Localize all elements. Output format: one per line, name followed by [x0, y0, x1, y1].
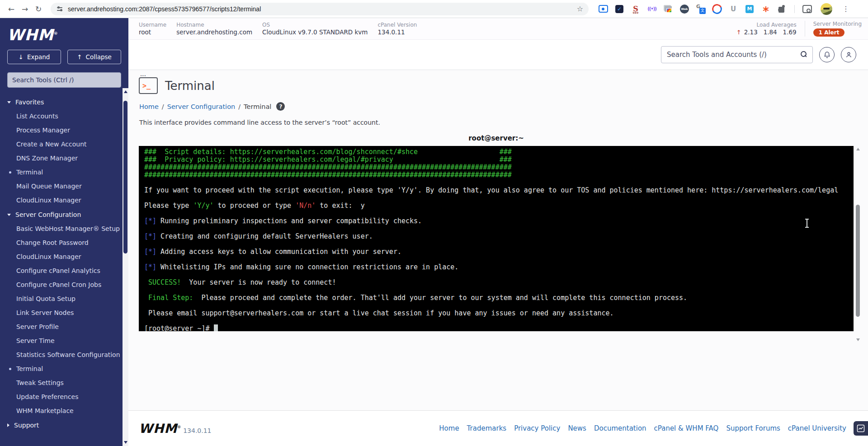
- extensions-puzzle-icon[interactable]: [777, 4, 788, 14]
- record-icon[interactable]: [598, 4, 609, 14]
- scroll-thumb[interactable]: [856, 205, 860, 317]
- url-text[interactable]: server.andrehosting.com:2087/cpsess57357…: [68, 5, 577, 13]
- collapse-button[interactable]: ↑Collapse: [67, 50, 121, 64]
- sidebar-section-favorites[interactable]: Favorites: [0, 95, 128, 109]
- signal-icon[interactable]: [646, 4, 657, 14]
- sidebar-section-server-configuration[interactable]: Server Configuration: [0, 207, 128, 222]
- scroll-thumb[interactable]: [123, 101, 127, 254]
- sidebar-item-basic-webhost-manager-setup[interactable]: Basic WebHost Manager® Setup: [0, 222, 128, 236]
- load-up-arrow-icon: ↑: [736, 29, 741, 36]
- check-icon[interactable]: [614, 4, 625, 14]
- terminal-line: [*] Whitelisting IPs and making sure no …: [144, 263, 848, 271]
- footer-link-news[interactable]: News: [568, 424, 586, 432]
- sidebar-item-cloudlinux-manager[interactable]: CloudLinux Manager: [0, 193, 128, 207]
- whm-footer-logo: WHM®: [139, 421, 181, 436]
- sidebar-item-list-accounts[interactable]: List Accounts: [0, 109, 128, 123]
- profile-avatar[interactable]: [821, 3, 832, 15]
- footer-link-home[interactable]: Home: [439, 424, 459, 432]
- chevron-down-icon: [7, 101, 11, 103]
- u-icon[interactable]: [728, 4, 739, 14]
- footer-link-support-forums[interactable]: Support Forums: [726, 424, 780, 432]
- sidebar-section-support[interactable]: Support: [0, 418, 128, 432]
- terminal-line: SUCCESS! Your server is now ready to con…: [144, 279, 848, 286]
- sidebar-item-configure-cpanel-cron-jobs[interactable]: Configure cPanel Cron Jobs: [0, 278, 128, 292]
- page-description: This interface provides command line acc…: [139, 119, 868, 126]
- translate-icon[interactable]: [695, 4, 706, 14]
- breadcrumb-home[interactable]: Home: [139, 103, 159, 110]
- sidebar-item-process-manager[interactable]: Process Manager: [0, 123, 128, 137]
- sidebar-item-terminal[interactable]: Terminal: [0, 362, 128, 376]
- terminal-output[interactable]: ### Script details: https://serverhealer…: [139, 146, 854, 331]
- footer-link-cpanel-whm-faq[interactable]: cPanel & WHM FAQ: [654, 424, 719, 432]
- breadcrumb-terminal: Terminal: [244, 103, 271, 110]
- burst-icon[interactable]: [760, 4, 771, 14]
- footer-link-privacy-policy[interactable]: Privacy Policy: [514, 424, 560, 432]
- sidebar-item-initial-quota-setup[interactable]: Initial Quota Setup: [0, 292, 128, 306]
- sidebar-item-create-a-new-account[interactable]: Create a New Account: [0, 137, 128, 151]
- top-toolbar: [128, 40, 868, 70]
- chevron-right-icon: [7, 423, 9, 427]
- scroll-up-icon[interactable]: [856, 148, 860, 150]
- terminal-line: [144, 286, 848, 294]
- terminal-line: [144, 271, 848, 279]
- terminal-line: [144, 179, 848, 187]
- sidebar-item-dns-zone-manager[interactable]: DNS Zone Manager: [0, 151, 128, 165]
- server-monitoring: Server Monitoring 1 Alert: [805, 21, 862, 37]
- breadcrumb-server-configuration[interactable]: Server Configuration: [167, 103, 236, 110]
- server-info-username: Usernameroot: [139, 22, 166, 36]
- terminal-line: [*] Creating and configuring default Ser…: [144, 233, 848, 240]
- scroll-up-icon[interactable]: [124, 90, 127, 93]
- sidebar: WHM® ↓Expand ↑Collapse FavoritesList Acc…: [0, 18, 128, 446]
- sidebar-item-terminal[interactable]: Terminal: [0, 165, 128, 179]
- sidebar-item-link-server-nodes[interactable]: Link Server Nodes: [0, 306, 128, 320]
- m-icon[interactable]: [744, 4, 755, 14]
- bookmarks-icon[interactable]: [663, 4, 674, 14]
- sidebar-item-cloudlinux-manager[interactable]: CloudLinux Manager: [0, 250, 128, 264]
- help-icon[interactable]: ?: [276, 102, 285, 111]
- sidebar-item-whm-marketplace[interactable]: WHM Marketplace: [0, 404, 128, 418]
- expand-button[interactable]: ↓Expand: [7, 50, 61, 64]
- ring-icon[interactable]: [712, 4, 722, 14]
- alert-badge[interactable]: 1 Alert: [813, 28, 845, 37]
- tab-search-icon[interactable]: [802, 4, 812, 14]
- notifications-button[interactable]: [819, 47, 835, 62]
- scroll-down-icon[interactable]: [124, 441, 127, 444]
- footer-link-trademarks[interactable]: Trademarks: [467, 424, 507, 432]
- terminal-line: ### Script details: https://serverhealer…: [144, 148, 848, 156]
- sidebar-scrollbar[interactable]: [123, 88, 128, 446]
- web-badge-icon[interactable]: [679, 4, 690, 14]
- footer-link-cpanel-university[interactable]: cPanel University: [788, 424, 846, 432]
- sidebar-item-server-profile[interactable]: Server Profile: [0, 320, 128, 334]
- chrome-menu-icon[interactable]: ⋮: [841, 5, 850, 13]
- sidebar-search-input[interactable]: [7, 72, 121, 88]
- sidebar-item-configure-cpanel-analytics[interactable]: Configure cPanel Analytics: [0, 264, 128, 278]
- load-values: 2.13 1.84 1.69: [744, 28, 797, 36]
- tools-search-input[interactable]: [661, 46, 813, 63]
- footer-link-documentation[interactable]: Documentation: [594, 424, 646, 432]
- forward-icon[interactable]: →: [18, 2, 32, 16]
- sidebar-item-server-time[interactable]: Server Time: [0, 334, 128, 348]
- sidebar-nav: FavoritesList AccountsProcess ManagerCre…: [0, 95, 128, 432]
- sidebar-item-mail-queue-manager[interactable]: Mail Queue Manager: [0, 179, 128, 193]
- sidebar-item-change-root-password[interactable]: Change Root Password: [0, 236, 128, 250]
- feedback-chart-button[interactable]: [854, 421, 868, 436]
- site-controls-icon[interactable]: [56, 5, 63, 13]
- sidebar-item-update-preferences[interactable]: Update Preferences: [0, 390, 128, 404]
- back-icon[interactable]: ←: [5, 2, 18, 16]
- terminal-line: [144, 302, 848, 310]
- reload-icon[interactable]: ↻: [32, 2, 45, 16]
- terminal-line: [144, 240, 848, 248]
- scroll-down-icon[interactable]: [856, 338, 860, 341]
- server-info-cpanel-version: cPanel Version134.0.11: [377, 22, 417, 36]
- sidebar-item-statistics-software-configuration[interactable]: Statistics Software Configuration: [0, 348, 128, 362]
- account-button[interactable]: [841, 47, 856, 62]
- seo-icon[interactable]: [630, 4, 641, 14]
- terminal-line: Final Step: Please proceed and complete …: [144, 294, 848, 302]
- sidebar-item-tweak-settings[interactable]: Tweak Settings: [0, 376, 128, 390]
- whm-logo[interactable]: WHM®: [0, 18, 128, 44]
- address-bar[interactable]: server.andrehosting.com:2087/cpsess57357…: [51, 3, 589, 15]
- breadcrumb-separator: /: [162, 103, 164, 110]
- search-icon[interactable]: [800, 51, 807, 58]
- terminal-scrollbar[interactable]: [855, 147, 861, 341]
- bookmark-star-icon[interactable]: ☆: [577, 5, 583, 13]
